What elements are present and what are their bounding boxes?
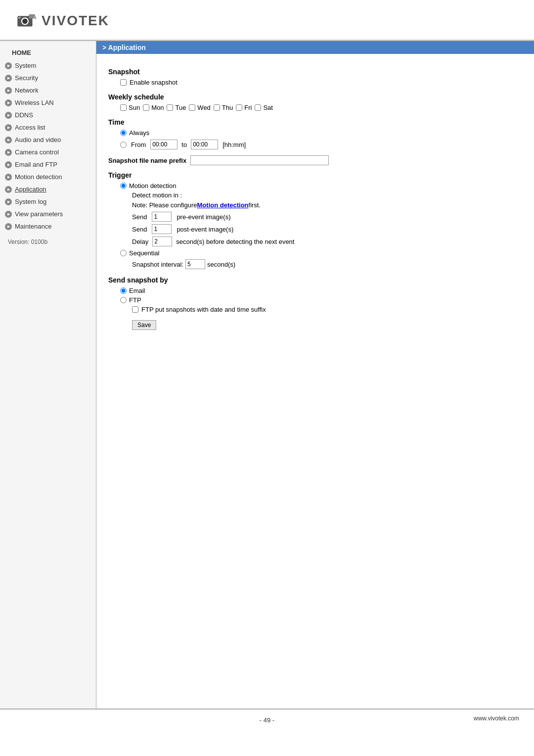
to-label: to (181, 141, 187, 148)
day-sun-label: Sun (129, 104, 140, 111)
post-event-label: post-event image(s) (177, 226, 233, 233)
snapshot-prefix-input[interactable] (190, 155, 329, 165)
ddns-arrow-icon (5, 112, 12, 119)
sidebar-item-network[interactable]: Network (0, 84, 96, 96)
weekly-schedule-row: Sun Mon Tue Wed Thu (108, 104, 522, 111)
time-section-title: Time (108, 118, 522, 126)
weekly-schedule-title: Weekly schedule (108, 93, 522, 101)
version-text: Version: 0100b (0, 233, 96, 248)
motion-arrow-icon (5, 174, 12, 181)
page-title: > Application (96, 41, 534, 54)
svg-point-4 (34, 16, 36, 19)
sidebar-item-label-ddns: DDNS (15, 111, 33, 119)
day-fri-checkbox[interactable] (236, 104, 242, 111)
email-radio[interactable] (120, 287, 127, 294)
sidebar-item-camera-control[interactable]: Camera control (0, 146, 96, 158)
footer-url: www.vivotek.com (474, 715, 519, 722)
sidebar-item-maintenance[interactable]: Maintenance (0, 220, 96, 233)
day-mon-group: Mon (143, 104, 164, 111)
note-row: Note: Please configure Motion detection … (108, 201, 522, 209)
wireless-arrow-icon (5, 99, 12, 106)
day-thu-checkbox[interactable] (214, 104, 220, 111)
from-radio[interactable] (120, 142, 127, 148)
sidebar-item-system[interactable]: System (0, 59, 96, 72)
enable-snapshot-label: Enable snapshot (130, 79, 178, 86)
ftp-radio[interactable] (120, 297, 127, 303)
motion-detection-label: Motion detection (129, 182, 176, 189)
time-from-input[interactable] (150, 140, 178, 149)
header: VIVOTEK (0, 0, 534, 41)
always-label: Always (129, 129, 149, 137)
logo-text: VIVOTEK (42, 13, 109, 29)
sidebar-item-label-maintenance: Maintenance (15, 223, 51, 230)
always-row: Always (108, 129, 522, 137)
day-wed-group: Wed (189, 104, 211, 111)
viewparams-arrow-icon (5, 211, 12, 218)
sidebar-item-audio-video[interactable]: Audio and video (0, 134, 96, 146)
ftp-radio-row: FTP (108, 296, 522, 304)
maintenance-arrow-icon (5, 223, 12, 230)
snapshot-section-title: Snapshot (108, 68, 522, 76)
save-button[interactable]: Save (132, 320, 156, 330)
ftp-suffix-checkbox[interactable] (132, 306, 138, 313)
sidebar-item-label-network: Network (15, 87, 39, 94)
send-snapshot-title: Send snapshot by (108, 276, 522, 284)
sidebar-item-label-system: System (15, 62, 36, 69)
day-sat-checkbox[interactable] (255, 104, 261, 111)
motion-detection-link[interactable]: Motion detection (197, 201, 249, 209)
note-suffix: first. (249, 201, 261, 209)
sidebar-item-motion-detection[interactable]: Motion detection (0, 171, 96, 183)
sequential-radio-row: Sequential (108, 249, 522, 257)
sidebar-item-system-log[interactable]: System log (0, 195, 96, 208)
motion-detection-radio[interactable] (120, 183, 127, 189)
day-mon-label: Mon (151, 104, 164, 111)
enable-snapshot-checkbox[interactable] (120, 79, 127, 86)
sidebar-item-access-list[interactable]: Access list (0, 121, 96, 134)
enable-snapshot-row: Enable snapshot (108, 79, 522, 86)
from-label: From (131, 141, 146, 148)
network-arrow-icon (5, 87, 12, 94)
sidebar-item-label-application: Application (15, 186, 46, 193)
sidebar-item-label-email: Email and FTP (15, 161, 57, 168)
content-area: > Application Snapshot Enable snapshot W… (96, 41, 534, 709)
main-container: HOME System Security Network Wireless LA… (0, 41, 534, 709)
sidebar-item-email-ftp[interactable]: Email and FTP (0, 158, 96, 171)
pre-event-label: pre-event image(s) (177, 213, 230, 221)
sidebar-item-security[interactable]: Security (0, 72, 96, 84)
sidebar-item-label-audio: Audio and video (15, 136, 61, 143)
sequential-label: Sequential (129, 249, 159, 257)
page-number: - 49 - (260, 716, 274, 724)
day-tue-checkbox[interactable] (167, 104, 173, 111)
sequential-radio[interactable] (120, 250, 127, 256)
snapshot-interval-unit: second(s) (207, 261, 235, 268)
access-arrow-icon (5, 124, 12, 131)
sidebar-item-ddns[interactable]: DDNS (0, 109, 96, 121)
day-mon-checkbox[interactable] (143, 104, 149, 111)
sidebar-item-view-parameters[interactable]: View parameters (0, 208, 96, 220)
sidebar-item-label-access: Access list (15, 124, 45, 131)
day-wed-checkbox[interactable] (189, 104, 195, 111)
camera-arrow-icon (5, 149, 12, 156)
time-to-input[interactable] (191, 140, 218, 149)
sidebar-home[interactable]: HOME (0, 46, 96, 59)
always-radio[interactable] (120, 130, 127, 136)
audio-arrow-icon (5, 137, 12, 143)
pre-event-count-input[interactable] (152, 212, 172, 222)
sidebar-item-label-syslog: System log (15, 198, 46, 205)
email-radio-row: Email (108, 287, 522, 294)
svg-rect-5 (18, 17, 20, 19)
delay-input[interactable] (152, 236, 172, 246)
post-event-count-input[interactable] (152, 224, 172, 234)
sidebar-item-wireless-lan[interactable]: Wireless LAN (0, 96, 96, 109)
day-thu-label: Thu (222, 104, 233, 111)
delay-row: Delay second(s) before detecting the nex… (108, 236, 522, 246)
sidebar-item-application[interactable]: Application (0, 183, 96, 195)
day-sun-checkbox[interactable] (120, 104, 127, 111)
from-to-row: From to [hh:mm] (108, 140, 522, 149)
day-fri-group: Fri (236, 104, 252, 111)
day-fri-label: Fri (244, 104, 252, 111)
day-sun-group: Sun (120, 104, 140, 111)
send1-label: Send (132, 213, 147, 221)
snapshot-interval-input[interactable] (185, 259, 205, 269)
send-post-event-row: Send post-event image(s) (108, 224, 522, 234)
